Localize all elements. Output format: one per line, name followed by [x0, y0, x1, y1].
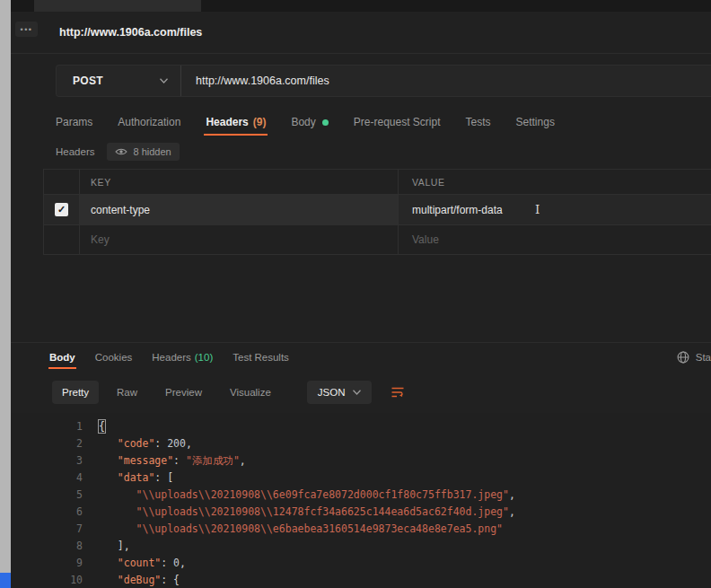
view-mode-raw[interactable]: Raw	[107, 381, 147, 404]
eye-icon	[115, 147, 127, 156]
text-cursor: I	[535, 204, 540, 216]
code-segment	[99, 505, 136, 518]
code-line: 3 "message": "添加成功",	[11, 452, 711, 470]
view-mode-preview[interactable]: Preview	[155, 381, 212, 404]
header-value-cell[interactable]: multipart/form-data I	[399, 195, 711, 224]
wrap-text-icon	[391, 385, 405, 399]
check-icon: ✓	[57, 204, 66, 215]
new-key-input[interactable]: Key	[80, 225, 399, 254]
key-column-header: KEY	[80, 170, 399, 194]
url-input[interactable]: http://www.1906a.com/files	[181, 66, 711, 96]
response-body-code[interactable]: 1{2 "code": 200,3 "message": "添加成功",4 "d…	[11, 413, 711, 588]
request-tab-tests[interactable]: Tests	[466, 116, 491, 128]
code-segment	[99, 522, 136, 535]
response-toolbar: PrettyRawPreviewVisualize JSON	[52, 378, 409, 407]
desktop-left-edge	[0, 0, 11, 588]
code-line: 1{	[11, 418, 711, 435]
request-tab-settings[interactable]: Settings	[516, 116, 555, 128]
code-line: 4 "data": [	[11, 470, 711, 487]
request-tab-params[interactable]: Params	[56, 116, 92, 128]
code-text: "code": 200,	[88, 435, 192, 452]
divider	[11, 53, 711, 54]
tab-label: Params	[56, 116, 92, 128]
response-tab-test-results[interactable]: Test Results	[233, 352, 289, 363]
response-tab-headers[interactable]: Headers(10)	[152, 352, 213, 363]
header-key-cell[interactable]: content-type	[80, 195, 399, 224]
code-segment	[99, 437, 118, 450]
code-text: "message": "添加成功",	[88, 452, 246, 470]
hidden-headers-label: 8 hidden	[133, 146, 171, 157]
desktop-left-edge-blue	[0, 573, 11, 588]
method-select[interactable]: POST	[57, 66, 181, 96]
code-segment: "data"	[118, 471, 155, 484]
code-line: 7 "\\uploads\\20210908\\e6baebea3160514e…	[11, 521, 711, 538]
code-line: 9 "count": 0,	[11, 555, 711, 572]
url-bar: POST http://www.1906a.com/files	[56, 65, 711, 97]
code-segment	[99, 454, 118, 467]
request-tab-pre-request-script[interactable]: Pre-request Script	[354, 116, 441, 128]
code-segment	[99, 574, 118, 586]
wrap-text-button[interactable]	[386, 381, 409, 404]
request-tab-strip-active[interactable]	[34, 0, 201, 12]
format-select[interactable]: JSON	[307, 381, 373, 404]
tab-label: Authorization	[118, 116, 180, 128]
method-label: POST	[73, 75, 103, 87]
code-segment: ,	[509, 505, 515, 518]
app-area: ••• http://www.1906a.com/files POST http…	[11, 0, 711, 588]
line-number: 9	[11, 555, 88, 572]
value-column-header: VALUE	[399, 170, 711, 194]
code-segment: ,	[509, 488, 515, 501]
tab-label: Headers	[206, 116, 248, 128]
view-mode-visualize[interactable]: Visualize	[220, 381, 281, 404]
code-segment: "\\uploads\\20210908\\e6baebea3160514e98…	[136, 522, 504, 535]
code-text: "data": [	[88, 470, 173, 487]
tab-count: (10)	[195, 352, 213, 363]
response-meta: Sta	[677, 345, 711, 370]
headers-section-label: Headers	[56, 146, 94, 157]
line-number: 7	[11, 521, 88, 538]
row-checkbox-cell	[44, 225, 80, 254]
code-segment: "message"	[118, 454, 173, 467]
code-segment: ],	[99, 540, 130, 552]
tab-label: Body	[291, 116, 315, 128]
code-text: "\\uploads\\20210908\\e6baebea3160514e98…	[88, 521, 503, 538]
code-line: 10 "deBug": {	[11, 572, 711, 588]
line-number: 3	[11, 452, 88, 470]
code-line: 6 "\\uploads\\20210908\\12478fcf34a6625c…	[11, 504, 711, 521]
row-checkbox[interactable]: ✓	[55, 203, 68, 216]
headers-table: KEY VALUE ✓ content-type multipart/form-…	[43, 169, 711, 255]
more-options-button[interactable]: •••	[15, 22, 38, 37]
code-segment: : [	[154, 471, 173, 484]
code-text: "count": 0,	[88, 555, 186, 572]
response-tab-body[interactable]: Body	[49, 352, 75, 363]
request-tab-headers[interactable]: Headers(9)	[206, 116, 266, 128]
code-segment: "添加成功"	[186, 454, 240, 467]
request-title: http://www.1906a.com/files	[59, 26, 202, 39]
code-segment: ,	[180, 557, 186, 569]
format-label: JSON	[318, 387, 346, 398]
body-present-dot	[322, 119, 329, 126]
code-line: 5 "\\uploads\\20210908\\6e09fca7e8072d00…	[11, 487, 711, 504]
code-text: "\\uploads\\20210908\\12478fcf34a6625c14…	[88, 504, 515, 521]
line-number: 10	[11, 572, 88, 588]
more-options-icon: •••	[21, 25, 33, 34]
response-tab-cookies[interactable]: Cookies	[95, 352, 133, 363]
tab-label: Settings	[516, 116, 555, 128]
tab-label: Body	[49, 352, 75, 363]
request-tab-authorization[interactable]: Authorization	[118, 116, 180, 128]
headers-table-header: KEY VALUE	[44, 170, 711, 195]
new-value-input[interactable]: Value	[399, 225, 711, 254]
hidden-headers-toggle[interactable]: 8 hidden	[107, 143, 179, 161]
request-tab-body[interactable]: Body	[291, 116, 328, 128]
view-mode-pretty[interactable]: Pretty	[52, 381, 99, 404]
code-segment	[99, 488, 136, 501]
code-segment: "count"	[118, 557, 161, 569]
header-checkbox-column	[44, 170, 80, 194]
code-text: "\\uploads\\20210908\\6e09fca7e8072d000c…	[88, 487, 515, 504]
headers-subheader: Headers 8 hidden	[56, 141, 180, 162]
response-tabs: BodyCookiesHeaders(10)Test Results	[49, 345, 289, 370]
request-tabs: ParamsAuthorizationHeaders(9)BodyPre-req…	[56, 110, 555, 135]
line-number: 5	[11, 487, 88, 504]
response-section-divider	[11, 342, 711, 343]
code-segment: "code"	[118, 437, 155, 450]
